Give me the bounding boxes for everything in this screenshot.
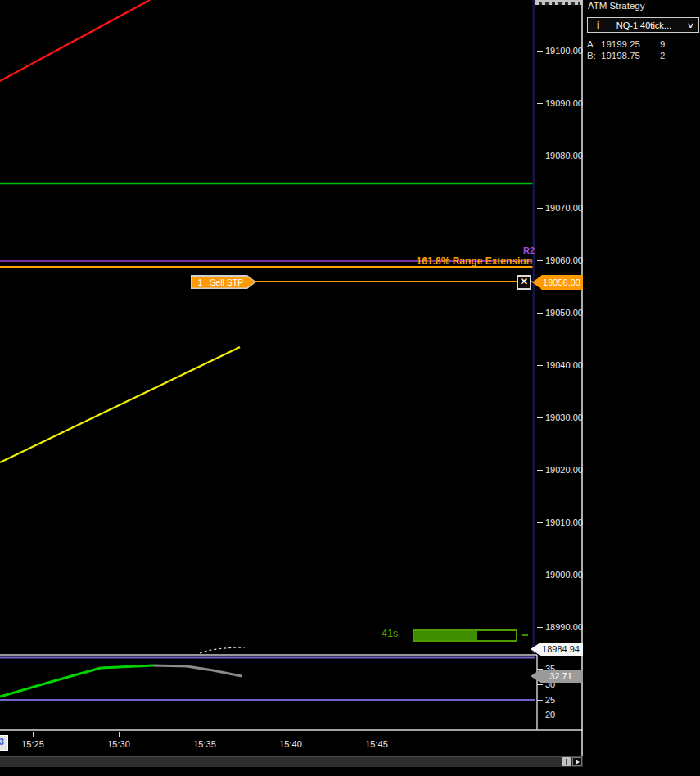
sell-stop-order-tag[interactable]: 1 Sell STP	[191, 275, 256, 289]
price-axis-tick	[537, 156, 543, 156]
price-axis-label: 19050.00	[545, 308, 583, 318]
price-axis-label: 19010.00	[545, 517, 583, 527]
price-axis-tick	[537, 103, 543, 104]
quote-price: 19198.75	[601, 51, 650, 61]
indicator-axis-label: 20	[545, 710, 555, 720]
indicator-axis-tick	[537, 669, 543, 670]
oscillator-green-series	[0, 665, 153, 697]
price-axis-label: 18990.00	[545, 622, 583, 632]
chevron-down-icon[interactable]: ∨	[687, 21, 694, 29]
chart-plot-lines	[0, 0, 700, 776]
time-axis-tick	[33, 732, 34, 737]
quote-size: 9	[660, 39, 665, 49]
yellow-trend-line[interactable]	[0, 347, 240, 462]
price-axis-tick	[537, 208, 543, 209]
order-quantity: 1	[198, 277, 203, 288]
price-axis-tick	[537, 365, 543, 366]
indicator-axis-tick	[537, 700, 543, 701]
price-axis-label: 19080.00	[545, 151, 583, 160]
bar-timer-progress	[413, 629, 517, 642]
oscillator-gray-series	[153, 665, 242, 676]
price-axis-label: 19090.00	[545, 98, 583, 108]
trading-chart-window: R2 161.8% Range Extension 1 Sell STP ✕ 1…	[0, 0, 700, 776]
quote-side: A:	[587, 39, 601, 49]
range-extension-label: 161.8% Range Extension	[417, 255, 532, 267]
price-axis-label: 19030.00	[545, 413, 583, 422]
bar-timer-progress-fill	[414, 631, 477, 640]
price-axis-tick	[537, 470, 543, 471]
dashed-average-curve	[200, 647, 245, 653]
time-axis-tick	[205, 732, 205, 737]
price-axis-label: 19060.00	[545, 255, 583, 265]
order-type-label: Sell STP	[210, 277, 243, 288]
time-axis-label: 15:25	[21, 739, 44, 749]
price-axis-tick	[537, 313, 543, 314]
price-axis-tick	[537, 260, 543, 261]
price-axis-tick	[537, 51, 543, 52]
clipped-price-marker	[535, 0, 583, 5]
time-axis-label: 15:45	[365, 739, 388, 749]
quote-size: 2	[660, 51, 665, 61]
atm-quote-row: A:19199.259	[587, 39, 665, 49]
atm-strategy-dropdown[interactable]: i NQ-1 40tick... ∨	[587, 17, 699, 33]
price-axis-tick	[537, 575, 543, 575]
price-axis-tick	[537, 627, 543, 628]
time-axis-tick	[291, 732, 291, 737]
time-axis-label: 15:35	[193, 739, 216, 749]
price-axis-label: 19040.00	[545, 360, 583, 370]
horizontal-scrollbar[interactable]	[0, 756, 583, 767]
scrollbar-thumb[interactable]	[562, 757, 571, 766]
indicator-axis-tick	[537, 715, 543, 715]
time-axis-label: 15:30	[107, 739, 130, 749]
quote-side: B:	[587, 51, 601, 61]
bar-timer-dash	[522, 634, 528, 636]
indicator-axis-label: 25	[545, 695, 555, 705]
bar-timer-label: 41s	[382, 628, 398, 639]
time-axis-corner-icon[interactable]: 3	[0, 735, 8, 751]
r2-level-label: R2	[523, 246, 535, 255]
red-trend-line[interactable]	[0, 0, 150, 81]
oscillator-value-marker: 32.71	[531, 670, 583, 683]
scroll-right-arrow-icon[interactable]	[572, 757, 582, 766]
price-axis-label: 19070.00	[545, 203, 583, 213]
atm-strategy-title: ATM Strategy	[588, 1, 644, 11]
sell-stop-order-tag-body: 1 Sell STP	[192, 277, 255, 288]
indicator-axis-tick	[537, 684, 543, 685]
quote-price: 19199.25	[601, 39, 650, 49]
time-axis-tick	[119, 732, 120, 737]
time-axis-label: 15:40	[279, 739, 302, 749]
last-price-marker: 18984.94	[531, 643, 583, 656]
price-axis-label: 19000.00	[545, 570, 583, 580]
price-axis-label: 19100.00	[545, 46, 583, 56]
atm-strategy-selected-value: NQ-1 40tick...	[599, 20, 688, 30]
atm-quote-row: B:19198.752	[587, 51, 665, 61]
order-price-marker[interactable]: 19056.00	[532, 275, 583, 290]
price-axis-tick	[537, 522, 543, 523]
atm-quote-rows: A:19199.259B:19198.752	[587, 39, 665, 61]
price-axis-label: 19020.00	[545, 465, 583, 475]
time-axis-tick	[377, 732, 377, 737]
close-icon[interactable]: ✕	[517, 275, 531, 290]
price-axis-tick	[537, 417, 543, 418]
